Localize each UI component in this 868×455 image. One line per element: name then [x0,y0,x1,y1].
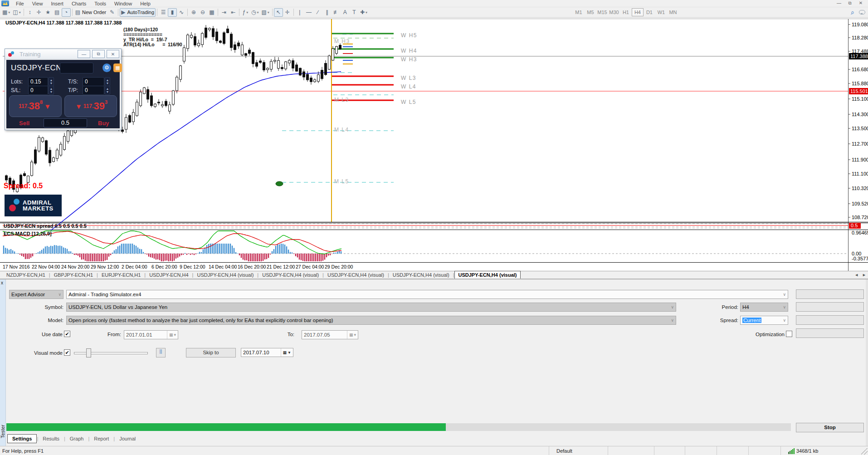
tile-windows-button[interactable]: ▦ [207,8,216,17]
chart-tab[interactable]: USDJPY-ECN,H4 (visual) [193,271,257,279]
sl-input[interactable]: 0 [28,86,48,95]
ts-stepper[interactable]: ▲▼ [105,77,110,86]
open-chart-button[interactable] [796,315,864,325]
tester-tab-report[interactable]: Report [89,435,113,443]
market-watch-button[interactable]: ↕ [25,8,34,17]
lots-stepper[interactable]: ▲▼ [49,77,54,86]
expert-name-combo[interactable]: Admiral - Trading Simulator.ex4∨ [66,290,788,299]
new-chart-button[interactable]: ▦▾ [1,8,11,17]
zoom-in-button[interactable]: ⊕ [189,8,198,17]
chart-profiles-button[interactable]: ◫▾ [11,8,22,17]
chart-tab[interactable]: EURJPY-ECN,H1 [98,271,144,279]
grid-button[interactable]: ▦ [113,64,122,72]
spread-combo[interactable]: Current∨ [740,316,788,325]
chart-tab[interactable]: USDJPY-ECN,H4 (visual) [324,271,388,279]
sell-price-button[interactable]: 117.388▼ [9,95,62,117]
stop-button[interactable]: Stop [796,423,864,432]
period-combo[interactable]: H4∨ [740,303,788,312]
new-order-button[interactable]: ▤New Order [74,8,108,17]
channel-button[interactable]: ∥ [322,8,332,17]
autotrading-button[interactable]: ▶AutoTrading [120,8,156,17]
visual-mode-checkbox[interactable]: ✔ [64,349,70,356]
price-chart[interactable]: W H5W H4W H3W L3W L4W L5M H3M L3M L4M L5… [0,18,868,271]
menu-window[interactable]: Window [110,0,136,7]
tester-tab-journal[interactable]: Journal [115,435,140,443]
dialog-restore-button[interactable]: ⧉ [92,50,105,58]
fibonacci-button[interactable]: ≢ [332,8,341,17]
from-date-input[interactable]: 2017.01.01▦▾ [124,330,178,339]
strategy-tester-button[interactable]: ◔ [62,8,71,17]
indicators-button[interactable]: ƒ▾ [241,8,250,17]
lots-input[interactable]: 0.15 [28,77,48,86]
menu-insert[interactable]: Insert [47,0,68,7]
chart-tab[interactable]: USDJPY-ECN,H4 (visual) [258,271,322,279]
timeframe-m5-button[interactable]: M5 [585,8,596,16]
training-dialog-titlebar[interactable]: Training — ⧉ ✕ [5,49,121,59]
tester-tab-results[interactable]: Results [38,435,64,443]
timeframe-m30-button[interactable]: M30 [608,8,620,16]
auto-scroll-button[interactable]: ⇥ [219,8,229,17]
chart-tab[interactable]: GBPJPY-ECN,H1 [50,271,97,279]
tp-stepper[interactable]: ▲▼ [105,86,110,95]
chart-tab[interactable]: USDJPY-ECN,H4 [146,271,192,279]
tester-scrollbar[interactable] [866,279,868,446]
dialog-minimize-button[interactable]: — [78,50,90,58]
timeframe-m1-button[interactable]: M1 [573,8,585,16]
pause-button[interactable]: || [156,348,166,357]
crosshair-button[interactable]: ✛ [283,8,292,17]
modify-expert-button[interactable] [796,328,864,338]
expert-type-select[interactable]: Expert Advisor∨ [9,290,63,299]
navigator-button[interactable]: ★ [44,8,53,17]
status-profile[interactable]: Default [549,446,608,455]
skip-date-input[interactable]: 2017.07.10▦▼ [241,348,293,357]
arrows-button[interactable]: ✚▾ [359,8,369,17]
training-dialog[interactable]: Training — ⧉ ✕ USDJPY-ECN ⚙ ▦ Lots: 0.15… [5,49,122,130]
tp-input[interactable]: 0 [83,86,104,95]
model-combo[interactable]: Open prices only (fastest method to anal… [66,316,676,325]
settings-gear-button[interactable]: ⚙ [102,64,111,72]
resize-grip[interactable] [861,448,868,455]
sell-button[interactable]: Sell [19,120,29,127]
trendline-button[interactable]: ∕ [313,8,322,17]
menu-tools[interactable]: Tools [90,0,110,7]
timeframe-w1-button[interactable]: W1 [655,8,667,16]
chart-tab[interactable]: USDJPY-ECN,H4 (visual) [454,271,521,279]
terminal-button[interactable]: ▤ [53,8,62,17]
horizontal-line-button[interactable]: — [304,8,313,17]
text-button[interactable]: A [341,8,350,17]
candlestick-type-button[interactable]: ▮ [168,8,177,17]
chat-icon[interactable] [859,10,865,15]
optimization-checkbox[interactable] [786,331,792,337]
menu-view[interactable]: View [28,0,47,7]
data-window-button[interactable]: ✛ [34,8,44,17]
dialog-close-button[interactable]: ✕ [107,50,119,58]
symbol-properties-button[interactable] [796,302,864,312]
tester-tab-graph[interactable]: Graph [65,435,88,443]
menu-help[interactable]: Help [136,0,155,7]
chart-tab[interactable]: USDJPY-ECN,H4 (visual) [389,271,453,279]
buy-price-button[interactable]: ▼117.393 [64,95,117,117]
restore-window-button[interactable]: ⧉ [844,0,855,6]
timeframe-m15-button[interactable]: M15 [596,8,608,16]
chart-shift-button[interactable]: ⇤ [229,8,238,17]
search-icon[interactable]: ⌕ [851,9,854,16]
tab-scroll-right-icon[interactable]: ► [862,273,866,277]
timeframe-h1-button[interactable]: H1 [620,8,632,16]
timeframe-d1-button[interactable]: D1 [644,8,655,16]
ts-input[interactable]: 0 [83,77,104,86]
bar-chart-type-button[interactable]: ☰ [159,8,168,17]
to-date-input[interactable]: 2017.07.05▦▾ [302,330,358,339]
tab-scroll-left-icon[interactable]: ◄ [854,273,858,277]
zoom-out-button[interactable]: ⊖ [198,8,207,17]
timeframe-mn-button[interactable]: MN [667,8,679,16]
symbol-combo[interactable]: USDJPY-ECN, US Dollar vs Japanese Yen∨ [66,303,676,312]
visual-speed-slider-thumb[interactable] [86,348,91,357]
expert-properties-button[interactable] [796,289,864,299]
buy-button[interactable]: Buy [98,120,109,127]
templates-button[interactable]: ▧▾ [260,8,271,17]
timeframe-h4-button[interactable]: H4 [632,8,644,16]
skip-to-button[interactable]: Skip to [186,348,236,357]
use-date-checkbox[interactable]: ✔ [64,331,70,337]
close-window-button[interactable]: ✕ [855,0,866,6]
chart-tab[interactable]: NZDJPY-ECN,H1 [3,271,49,279]
